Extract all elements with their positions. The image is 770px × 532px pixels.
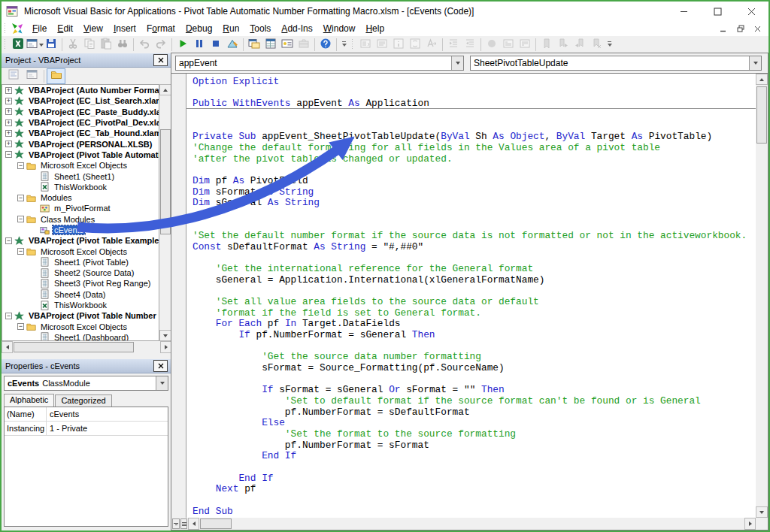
scroll-down-button[interactable] bbox=[159, 330, 171, 341]
uncomment-block-button[interactable] bbox=[517, 38, 533, 53]
parameter-info-button[interactable] bbox=[407, 38, 423, 53]
tree-item-thisworkbook[interactable]: ThisWorkbook bbox=[2, 300, 159, 310]
tree-item-vbaproject-ec-pivotpal-dev-xlam[interactable]: +VBAProject (EC_PivotPal_Dev.xlam bbox=[2, 117, 159, 128]
copy-button[interactable] bbox=[81, 38, 98, 53]
scroll-thumb[interactable] bbox=[160, 129, 171, 234]
tree-expand-toggle[interactable]: − bbox=[5, 237, 12, 244]
combo-dropdown-icon[interactable] bbox=[156, 376, 168, 390]
toggle-bookmark-button[interactable] bbox=[538, 38, 555, 53]
tree-item-sheet1-dashboard[interactable]: Sheet1 (Dashboard) bbox=[2, 332, 159, 341]
tree-item-sheet3-pivot-reg-range[interactable]: Sheet3 (Pivot Reg Range) bbox=[2, 278, 159, 289]
tree-expand-toggle[interactable]: − bbox=[5, 151, 12, 158]
tree-expand-toggle[interactable]: + bbox=[5, 141, 12, 147]
menu-tools[interactable]: Tools bbox=[244, 22, 276, 35]
menu-format[interactable]: Format bbox=[141, 22, 180, 35]
menu-edit[interactable]: Edit bbox=[52, 22, 78, 35]
help-button[interactable] bbox=[317, 38, 334, 53]
reset-button[interactable] bbox=[208, 38, 224, 53]
tree-item-microsoft-excel-objects[interactable]: −Microsoft Excel Objects bbox=[2, 246, 159, 256]
comment-block-button[interactable] bbox=[500, 38, 517, 53]
save-button[interactable] bbox=[43, 38, 59, 53]
outdent-button[interactable] bbox=[462, 38, 478, 53]
scroll-thumb[interactable] bbox=[756, 86, 767, 144]
edit-toolbar-grip[interactable] bbox=[351, 39, 355, 50]
standard-toolbar-grip[interactable] bbox=[4, 39, 8, 50]
design-mode-button[interactable] bbox=[224, 38, 241, 53]
close-button[interactable] bbox=[735, 2, 768, 21]
toolbox-button[interactable] bbox=[296, 38, 312, 53]
child-close-button[interactable] bbox=[753, 24, 762, 33]
property-row[interactable]: Instancing1 - Private bbox=[5, 422, 168, 436]
tree-expand-toggle[interactable]: + bbox=[5, 119, 12, 126]
object-browser-button[interactable] bbox=[279, 38, 296, 53]
tab-categorized[interactable]: Categorized bbox=[55, 394, 111, 407]
find-button[interactable] bbox=[114, 38, 131, 53]
object-dropdown[interactable]: appEvent bbox=[175, 56, 464, 71]
minimize-button[interactable] bbox=[667, 2, 701, 21]
menu-file[interactable]: File bbox=[27, 22, 52, 35]
toggle-folders-button[interactable] bbox=[47, 68, 65, 84]
combo-dropdown-icon[interactable] bbox=[451, 56, 463, 70]
maximize-button[interactable] bbox=[701, 2, 735, 21]
scroll-thumb[interactable] bbox=[200, 518, 232, 529]
paste-button[interactable] bbox=[98, 38, 114, 53]
scroll-up-button[interactable] bbox=[159, 84, 171, 95]
tree-expand-toggle[interactable]: − bbox=[17, 162, 24, 169]
procedure-view-button[interactable] bbox=[172, 518, 180, 529]
list-constants-button[interactable] bbox=[374, 38, 390, 53]
margin-indicator-bar[interactable] bbox=[171, 74, 186, 518]
tree-item-sheet1-pivot-table[interactable]: Sheet1 (Pivot Table) bbox=[2, 257, 159, 268]
project-explorer-button[interactable] bbox=[246, 38, 262, 53]
property-value[interactable]: cEvents bbox=[47, 410, 82, 419]
tree-item-vbaproject-auto-number-format[interactable]: +VBAProject (Auto Number Format bbox=[2, 85, 159, 95]
menu-view[interactable]: View bbox=[78, 22, 108, 35]
view-code-button[interactable] bbox=[4, 68, 23, 84]
tree-expand-toggle[interactable]: − bbox=[17, 323, 24, 330]
undo-button[interactable] bbox=[136, 38, 153, 53]
tree-item-thisworkbook[interactable]: ThisWorkbook bbox=[2, 182, 159, 192]
tree-item-cevents[interactable]: cEvents bbox=[2, 225, 159, 235]
tree-item-vbaproject-ec-list-search-xlam[interactable]: +VBAProject (EC_List_Search.xlam bbox=[2, 95, 159, 106]
menu-addins[interactable]: Add-Ins bbox=[276, 22, 317, 35]
view-object-button[interactable] bbox=[23, 68, 41, 84]
redo-button[interactable] bbox=[153, 38, 169, 53]
child-restore-button[interactable] bbox=[735, 24, 745, 33]
properties-window-button[interactable] bbox=[262, 38, 279, 53]
property-row[interactable]: (Name)cEvents bbox=[5, 407, 168, 422]
scroll-down-button[interactable] bbox=[756, 506, 768, 518]
scroll-right-button[interactable] bbox=[744, 518, 756, 530]
scroll-left-button[interactable] bbox=[188, 518, 199, 530]
tree-item-sheet4-data[interactable]: Sheet4 (Data) bbox=[2, 289, 159, 300]
menu-run[interactable]: Run bbox=[217, 22, 244, 35]
tree-item-vbaproject-pivot-table-automati[interactable]: −VBAProject (Pivot Table Automati bbox=[2, 150, 159, 160]
menubar-grip[interactable] bbox=[4, 23, 8, 35]
menu-help[interactable]: Help bbox=[360, 22, 390, 35]
properties-close-button[interactable] bbox=[153, 360, 168, 372]
tree-item-modules[interactable]: −Modules bbox=[2, 192, 159, 203]
tree-expand-toggle[interactable]: + bbox=[5, 98, 12, 104]
view-object-button[interactable] bbox=[26, 38, 43, 53]
tree-expand-toggle[interactable]: + bbox=[5, 130, 12, 137]
tree-item-class-modules[interactable]: −Class Modules bbox=[2, 214, 159, 225]
menu-insert[interactable]: Insert bbox=[108, 22, 141, 35]
menu-debug[interactable]: Debug bbox=[180, 22, 217, 35]
tree-item-microsoft-excel-objects[interactable]: −Microsoft Excel Objects bbox=[2, 322, 159, 332]
scroll-left-button[interactable] bbox=[2, 341, 13, 353]
tree-item-vbaproject-pivot-table-example[interactable]: −VBAProject (Pivot Table Example. bbox=[2, 235, 159, 246]
tree-item-sheet1-sheet1[interactable]: Sheet1 (Sheet1) bbox=[2, 171, 159, 181]
procedure-dropdown[interactable]: SheetPivotTableUpdate bbox=[470, 56, 762, 71]
tree-item-sheet2-source-data[interactable]: Sheet2 (Source Data) bbox=[2, 268, 159, 278]
tree-expand-toggle[interactable]: − bbox=[5, 313, 12, 319]
cut-button[interactable] bbox=[65, 38, 81, 53]
scroll-right-button[interactable] bbox=[160, 341, 171, 353]
excel-button[interactable] bbox=[10, 38, 26, 53]
toolbar-options-icon[interactable] bbox=[341, 39, 347, 51]
scroll-thumb[interactable] bbox=[14, 342, 134, 352]
tree-expand-toggle[interactable]: − bbox=[17, 195, 24, 201]
code-editor[interactable]: Option ExplicitPublic WithEvents appEven… bbox=[186, 74, 756, 518]
project-close-button[interactable] bbox=[153, 54, 168, 66]
tree-expand-toggle[interactable]: − bbox=[17, 248, 24, 255]
child-minimize-button[interactable] bbox=[718, 24, 728, 33]
toggle-breakpoint-button[interactable] bbox=[484, 38, 500, 53]
edit-toolbar-options-icon[interactable] bbox=[606, 39, 613, 51]
